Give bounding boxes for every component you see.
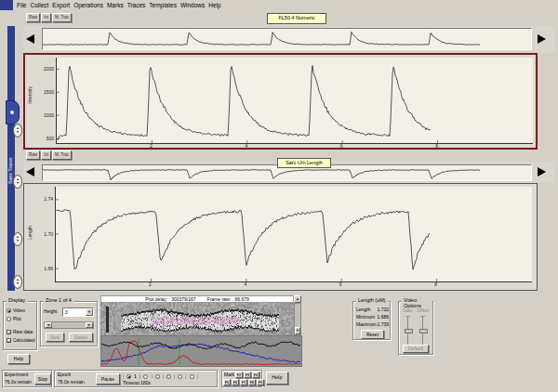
pan-left-icon[interactable] [26,34,34,44]
minimum-row-value: 1.686 [377,315,389,320]
intensity-plot-area[interactable] [56,58,533,144]
separator: | [151,373,152,379]
menubar: FileCollectExportOperationsMarksTracesTe… [15,1,558,11]
trace-button-int[interactable]: Int [41,150,51,160]
minimum-row-label: Minimum [356,315,375,320]
epoch-title: Epoch [58,372,71,377]
zone-spinner-2[interactable]: ▲▼ [13,175,22,189]
slider-tick [420,316,425,317]
fluorescence-overview-strip [23,26,555,53]
trace-button-mtrac[interactable]: M. Trac [52,13,72,22]
display-help-button[interactable]: Help [7,354,30,364]
epoch-group: Epoch 76.0s remain Pause |1|||||| Timeou… [54,370,218,387]
pan-right-icon[interactable] [538,34,546,44]
mark-button-f6[interactable]: F6 [232,379,239,385]
fluorescence-overview-plot[interactable] [42,28,532,50]
zone-panel-title: Zone 1 of 4 [44,298,73,304]
menu-item-collect[interactable]: Collect [28,2,50,10]
intensity-ylabel: Intensity [28,86,33,104]
trace-line [43,32,480,45]
tick-label: 6 [337,282,344,287]
epoch-radio-5[interactable] [178,374,182,379]
intensity-plot-panel: Intensity 2000150010005002468 [23,53,538,150]
video-scrollbar[interactable]: ▼ [294,303,301,335]
zone-new-button[interactable]: New [46,333,64,342]
help-button[interactable]: Help [266,372,288,385]
trace-line [56,210,430,269]
trace-line [43,170,480,180]
trace-toolbar-mid: RawIntM. Trac [26,150,72,161]
menu-item-help[interactable]: Help [206,2,222,10]
zone-spinner-4[interactable]: ▲▼ [13,275,22,289]
gain-slider[interactable] [407,316,408,346]
length-plot-panel: Length 1.741.701.662468 [23,183,538,291]
length-reset-button[interactable]: Reset [361,330,384,339]
separator: | [140,373,140,379]
video-scroll-up-icon[interactable]: ▲ [294,295,301,303]
dropdown-arrow-icon[interactable]: ▼ [86,308,93,316]
menu-item-file[interactable]: File [15,2,28,10]
zone-spinner-1[interactable]: ▲▼ [13,124,22,137]
pause-button[interactable]: Pause [96,373,120,385]
mark-button-f4[interactable]: F4 [252,372,259,378]
offset-label: Offset [417,308,429,313]
epoch-radio-2[interactable] [143,374,148,379]
mark-button-f9[interactable]: F9 [257,379,264,385]
prot-delay-value: 300379/167 [171,297,195,302]
menu-item-templates[interactable]: Templates [147,2,179,10]
pan-left-icon[interactable] [26,167,34,176]
video-radio[interactable]: Video [7,308,25,313]
mark-button-f5[interactable]: F5 [223,379,231,385]
tick-label: 2 [147,144,154,149]
length-plot-area[interactable] [55,187,532,282]
mark-button-f2[interactable]: F2 [235,372,243,378]
zone-height-dropdown[interactable]: 3 ▼ [62,307,94,317]
offset-slider[interactable] [422,316,423,346]
mark-label: Mark [224,372,234,377]
mark-button-f8[interactable]: F8 [248,379,256,385]
plot-radio[interactable]: Plot [7,317,21,321]
menu-item-operations[interactable]: Operations [72,2,105,10]
trace-button-mtrac[interactable]: M. Trac [52,150,72,160]
calculated-checkbox[interactable]: ✓ Calculated [7,338,35,343]
pan-right-icon[interactable] [538,167,546,176]
menu-item-windows[interactable]: Windows [179,2,206,10]
video-scroll-down-icon[interactable]: ▼ [295,327,300,334]
menu-item-marks[interactable]: Marks [105,2,126,10]
zone-spinner-3[interactable]: ▲▼ [13,232,22,246]
zone-scrollbar[interactable]: ◄ ► [44,321,94,329]
separator: | [174,373,175,379]
slider-tick [405,316,410,317]
raw-data-label: Raw data [13,330,33,334]
menu-item-traces[interactable]: Traces [126,2,148,10]
epoch-radio-1[interactable] [126,374,131,379]
gain-slider-thumb[interactable] [405,329,413,333]
trace-button-int[interactable]: Int [41,13,51,22]
mark-button-f3[interactable]: F3 [244,372,251,378]
scroll-left-icon[interactable]: ◄ [45,322,52,328]
scroll-right-icon[interactable]: ► [86,322,93,328]
axis-ticks [57,69,438,143]
epoch-radio-4[interactable] [166,374,171,379]
epoch-radio-6[interactable] [190,374,194,379]
mark-button-f7[interactable]: F7 [240,379,247,385]
separator: | [185,373,186,379]
trace-button-raw[interactable]: Raw [26,13,40,22]
trace-button-raw[interactable]: Raw [26,150,40,160]
offset-slider-thumb[interactable] [419,329,428,333]
frame-rate-value: 66.679 [234,297,248,302]
raw-data-checkbox[interactable]: ✓ Raw data [7,330,33,334]
length-trace-tag-label: Sarc Um Length [286,161,323,166]
window-icon[interactable] [0,0,13,10]
stop-button[interactable]: Stop [34,373,51,385]
tick-label: 8 [433,144,441,149]
zone-delete-label: Delete [74,335,87,340]
video-options-panel: Video Options Gain Offset Default [398,301,433,355]
epoch-radio-3[interactable] [155,374,160,379]
video-default-button[interactable]: Default [403,345,429,353]
menu-item-export[interactable]: Export [50,2,72,10]
zone-delete-button[interactable]: Delete [69,333,93,342]
epoch-remaining: 76.0s remain [58,380,85,385]
tick-label: 500 [38,137,54,141]
traces-tab[interactable] [6,100,20,124]
